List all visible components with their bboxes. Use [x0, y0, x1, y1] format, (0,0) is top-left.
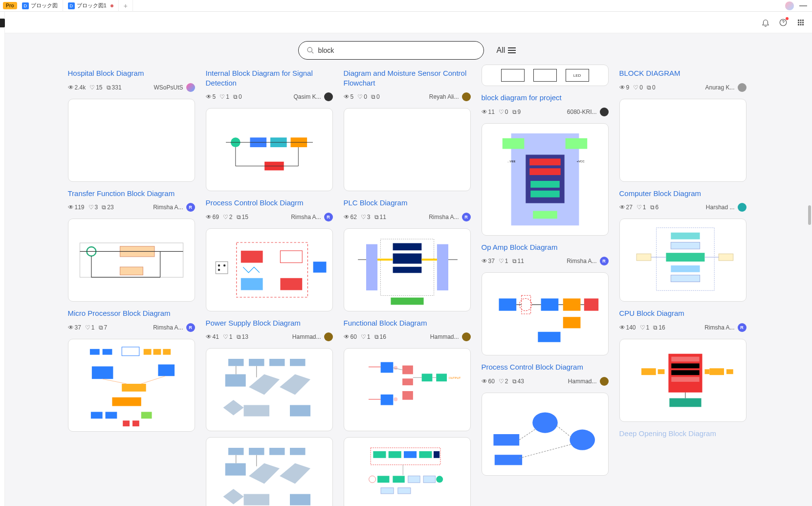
svg-rect-33 [132, 420, 139, 426]
thumbnail[interactable] [344, 437, 471, 506]
thumbnail[interactable]: OUTPUT [344, 348, 471, 431]
likes-icon: ♡ [88, 204, 94, 211]
search-input[interactable] [318, 46, 476, 54]
bell-icon[interactable] [761, 18, 770, 27]
svg-rect-69 [269, 448, 285, 455]
views-icon: 👁 [619, 204, 625, 211]
card-title[interactable]: Transfer Function Block Diagram [68, 189, 195, 198]
thumbnail-partial[interactable]: LED [482, 65, 609, 86]
thumbnail[interactable] [206, 348, 333, 431]
author-avatar[interactable]: R [186, 203, 195, 212]
card-meta: 👁140 ♡1 ⧉16 Rimsha A... R [619, 323, 746, 332]
filter-label: All [497, 46, 505, 55]
thumbnail[interactable] [344, 228, 471, 311]
card-title[interactable]: Power Supply Block Diagram [206, 318, 333, 328]
card-title[interactable]: Process Control Block Diagrm [206, 198, 333, 208]
views-icon: 👁 [619, 84, 625, 91]
thumbnail[interactable] [482, 393, 609, 476]
card-title[interactable]: Deep Opening Block Diagram [619, 429, 746, 439]
thumbnail[interactable] [68, 219, 195, 302]
svg-rect-154 [671, 265, 700, 272]
author-avatar[interactable] [324, 332, 333, 341]
card-title[interactable]: block diagram for project [482, 93, 609, 103]
svg-rect-156 [636, 254, 651, 261]
views-count: 37 [75, 324, 81, 331]
card-title[interactable]: Process Control Block Diagram [482, 362, 609, 372]
search-box[interactable] [298, 41, 484, 60]
thumbnail[interactable] [619, 339, 746, 422]
views-count: 60 [351, 333, 357, 340]
author-avatar[interactable] [462, 92, 471, 101]
card-meta: 👁27 ♡1 ⧉6 Harshad ... [619, 203, 746, 212]
views-count: 60 [488, 378, 495, 385]
pro-badge: Pro [3, 2, 17, 9]
thumbnail[interactable] [206, 437, 333, 506]
minimize-icon[interactable] [799, 5, 807, 6]
views-icon: 👁 [206, 93, 212, 100]
card-meta: 👁37 ♡1 ⧉7 Rimsha A... R [68, 323, 195, 332]
author-avatar[interactable]: R [324, 213, 333, 221]
svg-point-53 [223, 264, 225, 266]
svg-rect-122 [565, 138, 587, 149]
author-name: Rimsha A... [429, 214, 459, 220]
svg-rect-133 [563, 299, 580, 311]
author-avatar[interactable]: R [186, 323, 195, 332]
card-title[interactable]: Diagram and Moisture Sensor Control Flow… [344, 68, 471, 88]
likes-icon: ♡ [219, 93, 225, 100]
author-avatar[interactable] [738, 203, 746, 212]
author-avatar[interactable]: R [738, 323, 746, 332]
filter-all-button[interactable]: All [497, 46, 516, 55]
author-avatar[interactable]: R [462, 213, 471, 221]
help-icon[interactable] [779, 18, 788, 27]
author-avatar[interactable] [600, 108, 609, 116]
card-title[interactable]: Micro Processor Block Diagram [68, 308, 195, 318]
svg-marker-73 [280, 463, 310, 484]
likes-icon: ♡ [361, 333, 366, 340]
views-count: 119 [75, 204, 85, 211]
new-tab-button[interactable]: + [119, 0, 133, 12]
thumbnail[interactable] [619, 99, 746, 182]
thumbnail[interactable] [619, 219, 746, 302]
svg-rect-57 [269, 359, 285, 366]
thumbnail[interactable]: ...VEE+VCC [482, 123, 609, 236]
copies-icon: ⧉ [374, 214, 379, 220]
author-avatar[interactable] [186, 83, 195, 92]
thumbnail[interactable] [206, 108, 333, 191]
tab-doc1[interactable]: D ブロック図 [17, 0, 63, 12]
card-title[interactable]: Hospital Block Diagram [68, 68, 195, 78]
author-avatar[interactable] [600, 377, 609, 386]
copies-icon: ⧉ [653, 324, 658, 331]
user-avatar[interactable] [785, 1, 794, 11]
author-avatar[interactable] [738, 83, 746, 92]
thumbnail[interactable] [344, 108, 471, 191]
svg-rect-28 [112, 397, 141, 406]
svg-rect-67 [228, 448, 244, 455]
thumbnail[interactable] [206, 228, 333, 311]
author-name: Reyah Ali... [429, 93, 459, 100]
author-name: Rimsha A... [153, 204, 183, 211]
svg-rect-109 [419, 451, 432, 458]
author-avatar[interactable] [324, 92, 333, 101]
card-title[interactable]: Computer Block Diagram [619, 189, 746, 198]
svg-rect-19 [89, 349, 99, 354]
thumbnail[interactable] [68, 339, 195, 432]
svg-point-144 [532, 412, 558, 433]
thumbnail[interactable] [482, 272, 609, 355]
card-title[interactable]: CPU Block Diagram [619, 308, 746, 318]
author-avatar[interactable] [462, 332, 471, 341]
scrollbar-thumb[interactable] [808, 205, 811, 225]
thumbnail[interactable] [68, 99, 195, 182]
card-title[interactable]: Functional Block Diagram [344, 318, 471, 328]
svg-rect-112 [393, 476, 404, 483]
card-title[interactable]: BLOCK DIAGRAM [619, 68, 746, 78]
svg-rect-124 [529, 158, 560, 165]
apps-icon[interactable] [796, 18, 805, 27]
svg-rect-27 [122, 384, 146, 392]
svg-rect-170 [669, 398, 701, 407]
card-title[interactable]: Internal Block Diagram for Signal Detect… [206, 68, 333, 88]
rail-marker [0, 19, 5, 27]
card-title[interactable]: Op Amp Block Diagram [482, 242, 609, 252]
card-title[interactable]: PLC Block Diagram [344, 198, 471, 208]
tab-doc2[interactable]: D ブロック図1 [63, 0, 119, 12]
author-avatar[interactable]: R [600, 257, 609, 265]
